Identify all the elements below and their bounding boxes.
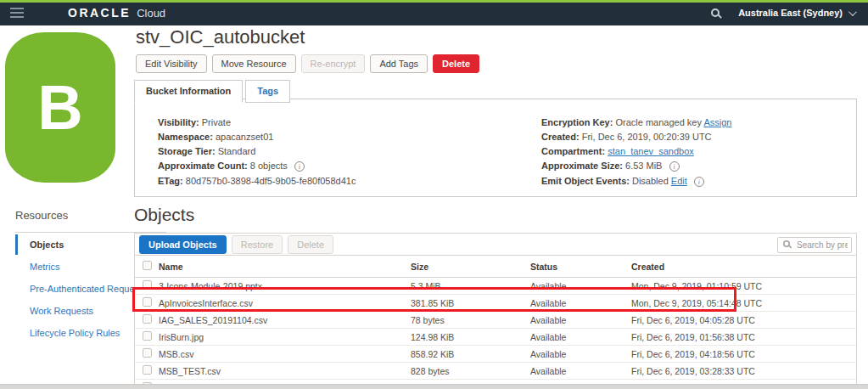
field-encryption-key: Encryption Key: Oracle managed key Assig…: [541, 117, 731, 127]
field-value: Disabled: [632, 176, 669, 186]
upload-objects-button[interactable]: Upload Objects: [139, 235, 227, 254]
bucket-information-panel: Visibility: Private Namespace: apacanzse…: [134, 99, 857, 197]
oracle-cloud-logo: ORACLE Cloud: [68, 6, 165, 20]
cell-status: Available: [530, 363, 631, 380]
table-row[interactable]: 3-Icons-Module-2019.pptx 5.3 MiB Availab…: [135, 278, 856, 295]
column-header-status[interactable]: Status: [530, 256, 631, 278]
info-icon[interactable]: i: [294, 161, 305, 172]
field-label: Visibility:: [158, 117, 199, 127]
table-header-row: Name Size Status Created: [135, 256, 856, 278]
bucket-actions: Edit Visibility Move Resource Re-encrypt…: [136, 54, 479, 73]
top-navigation-bar: ORACLE Cloud Australia East (Sydney): [0, 0, 868, 25]
bucket-tabs: Bucket Information Tags: [134, 80, 290, 103]
field-value: Standard: [218, 146, 256, 156]
bucket-avatar: B: [5, 32, 115, 183]
cell-status: Available: [530, 346, 631, 363]
field-value: Fri, Dec 6, 2019, 00:20:39 UTC: [582, 132, 712, 142]
cell-created: Mon, Dec 9, 2019, 01:10:59 UTC: [631, 278, 856, 295]
select-all-checkbox[interactable]: [143, 261, 152, 270]
row-checkbox[interactable]: [143, 348, 152, 358]
prefix-search: [777, 236, 852, 253]
field-etag: ETag: 80d757b0-3898-4df5-9b05-fe80f058d4…: [158, 176, 541, 186]
row-checkbox[interactable]: [143, 314, 152, 324]
restore-button[interactable]: Restore: [232, 235, 283, 254]
cell-created: Fri, Dec 6, 2019, 04:18:56 UTC: [631, 346, 856, 363]
field-emit-object-events: Emit Object Events: Disabled Edit i: [541, 176, 731, 187]
cell-created: Fri, Dec 6, 2019, 01:56:38 UTC: [631, 329, 856, 346]
chevron-down-icon: [848, 8, 857, 16]
field-value: Private: [202, 117, 231, 127]
cell-status: Available: [530, 278, 631, 295]
assign-link[interactable]: Assign: [703, 117, 731, 127]
cell-size: 124.98 KiB: [411, 329, 530, 346]
objects-table: Name Size Status Created 3-Icons-Module-…: [135, 255, 856, 389]
cell-status: Available: [530, 329, 631, 346]
cell-name: ApInvoicesInterface.csv: [159, 295, 411, 312]
edit-visibility-button[interactable]: Edit Visibility: [136, 54, 207, 73]
field-visibility: Visibility: Private: [158, 117, 541, 127]
delete-bucket-button[interactable]: Delete: [433, 54, 479, 73]
cell-size: 858.92 KiB: [411, 346, 530, 363]
compartment-link[interactable]: stan_tanev_sandbox: [608, 146, 694, 156]
field-label: ETag:: [158, 176, 183, 186]
row-checkbox[interactable]: [143, 331, 152, 341]
column-header-size[interactable]: Size: [411, 256, 530, 278]
table-row[interactable]: IrisBurn.jpg 124.98 KiB Available Fri, D…: [135, 329, 856, 346]
top-accent-bar: [0, 0, 868, 3]
field-label: Created:: [541, 132, 580, 142]
cell-name: 3-Icons-Module-2019.pptx: [159, 278, 411, 295]
field-label: Storage Tier:: [158, 146, 216, 156]
cell-name: MSB.csv: [159, 346, 411, 363]
info-icon[interactable]: i: [694, 177, 704, 187]
field-value: 8 objects: [250, 161, 288, 171]
row-checkbox[interactable]: [143, 280, 152, 290]
brand-cloud: Cloud: [137, 7, 165, 20]
objects-section-title: Objects: [134, 205, 194, 225]
hamburger-menu-icon[interactable]: [10, 5, 24, 20]
brand-oracle: ORACLE: [68, 6, 131, 20]
search-icon[interactable]: [711, 8, 720, 17]
bucket-avatar-letter: B: [37, 76, 82, 139]
tab-tags[interactable]: Tags: [245, 80, 290, 103]
table-row[interactable]: IAG_SALES_20191104.csv 78 bytes Availabl…: [135, 312, 856, 329]
field-compartment: Compartment: stan_tanev_sandbox: [541, 146, 731, 156]
edit-link[interactable]: Edit: [671, 176, 687, 186]
region-label: Australia East (Sydney): [738, 8, 843, 18]
field-namespace: Namespace: apacanzset01: [158, 132, 541, 142]
row-checkbox[interactable]: [143, 297, 152, 307]
objects-table-container: Upload Objects Restore Delete Name Size …: [134, 233, 857, 389]
cell-status: Available: [530, 295, 631, 312]
region-selector[interactable]: Australia East (Sydney): [738, 8, 854, 18]
column-header-created[interactable]: Created: [631, 256, 856, 278]
cell-created: Mon, Dec 9, 2019, 05:14:48 UTC: [631, 295, 856, 312]
field-label: Encryption Key:: [541, 117, 613, 127]
table-row[interactable]: MSB.csv 858.92 KiB Available Fri, Dec 6,…: [135, 346, 856, 363]
cell-status: Available: [530, 312, 631, 329]
row-checkbox[interactable]: [143, 365, 152, 375]
delete-objects-button[interactable]: Delete: [288, 235, 333, 254]
cell-created: Fri, Dec 6, 2019, 04:05:28 UTC: [631, 312, 856, 329]
table-row[interactable]: MSB_TEST.csv 828 bytes Available Fri, De…: [135, 363, 856, 380]
page-title: stv_OIC_autobucket: [136, 26, 305, 48]
field-label: Namespace:: [158, 132, 213, 142]
column-header-name[interactable]: Name: [159, 256, 411, 278]
add-tags-button[interactable]: Add Tags: [370, 54, 428, 73]
field-value: Oracle managed key: [615, 117, 702, 127]
cell-size: 78 bytes: [411, 312, 530, 329]
re-encrypt-button[interactable]: Re-encrypt: [301, 54, 366, 73]
field-label: Emit Object Events:: [541, 176, 630, 186]
table-row-highlighted[interactable]: ApInvoicesInterface.csv 381.85 KiB Avail…: [135, 295, 856, 312]
field-created: Created: Fri, Dec 6, 2019, 00:20:39 UTC: [541, 132, 731, 142]
field-value: apacanzset01: [216, 132, 274, 142]
search-icon: [783, 240, 790, 247]
move-resource-button[interactable]: Move Resource: [212, 54, 296, 73]
cell-name: IAG_SALES_20191104.csv: [159, 312, 411, 329]
cell-size: 5.3 MiB: [411, 278, 530, 295]
cell-size: 828 bytes: [411, 363, 530, 380]
tab-bucket-information[interactable]: Bucket Information: [134, 80, 243, 103]
field-label: Compartment:: [541, 146, 605, 156]
cell-size: 381.85 KiB: [411, 295, 530, 312]
bottom-scrollbar-strip[interactable]: [0, 384, 868, 389]
info-icon[interactable]: i: [669, 161, 680, 172]
cell-created: Fri, Dec 6, 2019, 03:28:33 UTC: [631, 363, 856, 380]
